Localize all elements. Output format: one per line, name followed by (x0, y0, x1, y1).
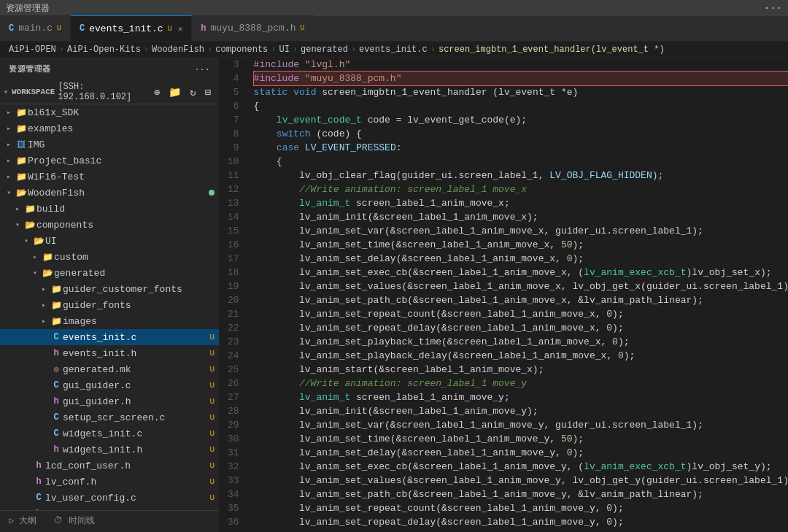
breadcrumb-item-4[interactable]: UI (279, 45, 289, 55)
sidebar-item-generated_mk[interactable]: ⚙ generated.mk U (0, 361, 219, 377)
tree-item-label: lv_user_config.h (45, 509, 209, 511)
folder-icon: 📁 (50, 284, 63, 295)
sidebar-item-components[interactable]: ▾📂 components (0, 217, 219, 233)
breadcrumb-item-3[interactable]: components (215, 45, 268, 55)
sidebar-item-setup_scr_screen_c[interactable]: C setup_scr_screen.c U (0, 409, 219, 425)
breadcrumb-item-7: screen_imgbtn_1_event_handler(lv_event_t… (439, 45, 665, 55)
code-line-7: lv_event_code_t code = lv_event_get_code… (254, 113, 788, 127)
code-line-33: lv_anim_set_values(&screen_label_1_anim_… (254, 474, 788, 487)
sidebar-item-gui_guider_c[interactable]: C gui_guider.c U (0, 377, 219, 393)
breadcrumb-item-2[interactable]: WoodenFish (152, 45, 204, 55)
h-file-icon: h (50, 396, 63, 406)
tab-events_init_c[interactable]: C events_init.c U ✕ (71, 15, 192, 41)
h-file-icon: h (32, 460, 45, 471)
file-badge: U (209, 413, 215, 422)
tree-item-label: guider_customer_fonts (63, 284, 219, 295)
breadcrumb-item-5[interactable]: generated (301, 45, 348, 55)
tree-item-label: events_init.c (63, 332, 209, 343)
sidebar-item-generated[interactable]: ▾📂 generated (0, 265, 219, 281)
line-number-14: 14 (228, 210, 239, 224)
outline-tab[interactable]: ▷ 大纲 (0, 511, 45, 533)
sidebar-item-build[interactable]: ▸📁 build (0, 201, 219, 217)
folder-arrow: ▾ (12, 220, 23, 229)
code-line-9: case LV_EVENT_PRESSED: (254, 141, 788, 155)
sidebar-item-widgets_init_h[interactable]: h widgets_init.h U (0, 442, 219, 458)
sidebar-item-lv_user_config_c[interactable]: C lv_user_config.c U (0, 490, 219, 506)
tree-item-label: UI (45, 236, 219, 247)
sidebar-item-events_init_c[interactable]: C events_init.c U (0, 329, 219, 345)
sidebar-item-img[interactable]: ▸🖼 IMG (0, 136, 219, 153)
line-number-22: 22 (228, 321, 239, 335)
breadcrumb-sep-2: › (207, 45, 212, 55)
code-line-26: //Write animation: screen_label_1 move_y (254, 377, 788, 390)
sidebar-item-custom[interactable]: ▸📁 custom (0, 249, 219, 265)
tabs-bar: C main.c U C events_init.c U ✕h muyu_838… (0, 16, 788, 42)
c-file-icon: C (32, 493, 45, 503)
line-number-21: 21 (228, 307, 239, 321)
sidebar-more-button[interactable]: ··· (195, 65, 210, 74)
sidebar-item-project_basic[interactable]: ▸📁 Project_basic (0, 153, 219, 169)
line-number-31: 31 (228, 446, 239, 460)
dot-indicator (209, 190, 215, 196)
sidebar-item-events_init_h[interactable]: h events_init.h U (0, 345, 219, 361)
code-line-4: #include "muyu_8388_pcm.h" (254, 72, 788, 85)
sidebar-item-lv_user_config_h[interactable]: h lv_user_config.h U (0, 506, 219, 510)
breadcrumb-item-6[interactable]: events_init.c (359, 45, 428, 55)
folder-icon: 📁 (15, 107, 28, 118)
code-container[interactable]: 3456789101112131415161718192021222324252… (219, 58, 788, 532)
top-bar-title: 资源管理器 (6, 2, 50, 15)
new-file-button[interactable]: ⊕ (152, 85, 162, 99)
tab-main_c[interactable]: C main.c U (0, 15, 71, 41)
breadcrumb-item-1[interactable]: AiPi-Open-Kits (67, 45, 141, 55)
code-line-35: lv_anim_set_repeat_count(&screen_label_1… (254, 501, 788, 515)
folder-arrow: ▾ (20, 236, 32, 245)
file-badge: U (209, 493, 215, 502)
folder-arrow: ▸ (12, 204, 23, 213)
tree-item-label: generated (54, 268, 219, 279)
mk-file-icon: ⚙ (50, 364, 63, 375)
breadcrumb-bar: AiPi-OPEN›AiPi-Open-Kits›WoodenFish›comp… (0, 42, 788, 58)
sidebar-item-wifi6_test[interactable]: ▸📁 WiFi6-Test (0, 169, 219, 185)
workspace-arrow[interactable]: ▾ (0, 88, 12, 96)
tab-label: muyu_8388_pcm.h (211, 23, 296, 34)
tree-item-label: images (63, 316, 219, 327)
sidebar-item-gui_guider_h[interactable]: h gui_guider.h U (0, 393, 219, 409)
code-line-24: lv_anim_set_playback_delay(&screen_label… (254, 349, 788, 363)
tab-muyu_8388_pcm_h[interactable]: h muyu_8388_pcm.h U (192, 15, 314, 41)
sidebar-item-bl61x_sdk[interactable]: ▸📁 bl61x_SDK (0, 104, 219, 120)
new-folder-button[interactable]: 📁 (166, 85, 183, 99)
line-number-5: 5 (228, 85, 239, 99)
file-badge: U (209, 445, 215, 454)
line-number-6: 6 (228, 99, 239, 113)
folder-icon: 📁 (15, 171, 28, 182)
tab-close-button[interactable]: ✕ (178, 24, 183, 34)
tree-item-label: Project_basic (28, 155, 219, 166)
breadcrumb-sep-6: › (430, 45, 436, 55)
timeline-tab[interactable]: ⏱ 时间线 (45, 511, 103, 533)
sidebar-item-lv_conf_h[interactable]: h lv_conf.h U (0, 474, 219, 490)
line-numbers: 3456789101112131415161718192021222324252… (219, 58, 248, 532)
sidebar-item-images[interactable]: ▸📁 images (0, 313, 219, 329)
code-line-18: lv_anim_set_exec_cb(&screen_label_1_anim… (254, 266, 788, 280)
breadcrumb-item-0[interactable]: AiPi-OPEN (9, 45, 56, 55)
line-number-3: 3 (228, 58, 239, 72)
workspace-label: WORKSPACE (12, 88, 55, 96)
sidebar-item-guider_fonts[interactable]: ▸📁 guider_fonts (0, 297, 219, 313)
code-line-36: lv_anim_set_repeat_delay(&screen_label_1… (254, 515, 788, 529)
sidebar-item-lcd_conf_user_h[interactable]: h lcd_conf_user.h U (0, 458, 219, 474)
refresh-button[interactable]: ↻ (188, 85, 198, 99)
folder-icon: 📁 (50, 300, 63, 311)
line-number-10: 10 (228, 155, 239, 169)
top-bar-dots[interactable]: ··· (764, 2, 782, 14)
c-file-icon: C (50, 332, 63, 342)
sidebar-item-widgets_init_c[interactable]: C widgets_init.c U (0, 425, 219, 442)
tree-item-label: bl61x_SDK (28, 107, 219, 118)
sidebar-item-guider_customer_fonts[interactable]: ▸📁 guider_customer_fonts (0, 281, 219, 297)
collapse-button[interactable]: ⊟ (203, 85, 213, 99)
tab-modified: U (301, 24, 305, 32)
sidebar-item-ui[interactable]: ▾📂 UI (0, 233, 219, 249)
sidebar-item-woodenfish[interactable]: ▾📂 WoodenFish (0, 185, 219, 201)
code-line-31: lv_anim_set_delay(&screen_label_1_anim_m… (254, 446, 788, 460)
line-number-36: 36 (228, 515, 239, 529)
sidebar-item-examples[interactable]: ▸📁 examples (0, 120, 219, 136)
